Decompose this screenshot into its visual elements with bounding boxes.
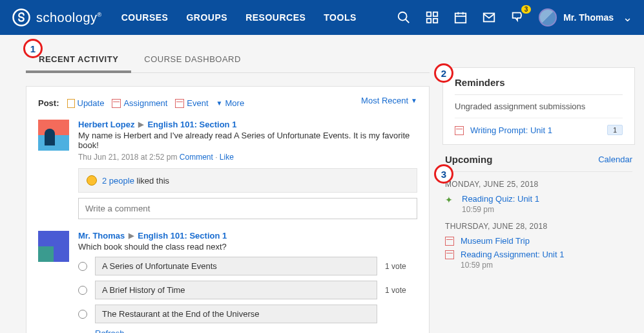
tab-recent-activity[interactable]: RECENT ACTIVITY xyxy=(26,48,131,73)
item-title[interactable]: Museum Field Trip xyxy=(461,236,530,246)
nav-groups[interactable]: GROUPS xyxy=(186,12,227,23)
user-menu[interactable]: Mr. Thomas ⌄ xyxy=(539,8,632,27)
post-more[interactable]: ▼More xyxy=(216,98,245,108)
search-icon[interactable] xyxy=(397,10,411,25)
calendar-icon[interactable] xyxy=(453,10,468,25)
post-body: My name is Herbert and I've already read… xyxy=(78,131,417,150)
svg-line-2 xyxy=(406,19,410,23)
post-label: Post: xyxy=(38,98,59,108)
triangle-down-icon: ▼ xyxy=(216,100,223,107)
liked-suffix: liked this xyxy=(134,176,169,186)
event-icon xyxy=(175,99,184,108)
author-link[interactable]: Herbert Lopez xyxy=(78,120,134,129)
calendar-icon xyxy=(445,237,454,246)
reminder-count: 1 xyxy=(607,125,623,135)
arrow-right-icon: ▶ xyxy=(138,120,143,129)
triangle-down-icon: ▼ xyxy=(411,97,417,104)
refresh-link[interactable]: Refresh xyxy=(95,328,417,333)
course-link[interactable]: English 101: Section 1 xyxy=(147,120,236,129)
upcoming-title: Upcoming xyxy=(445,154,492,165)
reminder-item[interactable]: Writing Prompt: Unit 1 1 xyxy=(455,125,623,135)
upcoming-item[interactable]: Reading Assignment: Unit 1 10:59 pm xyxy=(445,250,632,270)
post-body: Which book should the class read next? xyxy=(78,242,417,252)
radio-icon[interactable] xyxy=(78,286,87,295)
avatar[interactable] xyxy=(38,231,69,262)
item-time: 10:59 pm xyxy=(462,205,539,214)
logo-icon xyxy=(12,8,31,27)
upcoming-panel: Upcoming Calendar MONDAY, JUNE 25, 2018 … xyxy=(442,154,635,270)
post-assignment[interactable]: Assignment xyxy=(112,98,167,108)
likers-link[interactable]: 2 people xyxy=(102,176,134,186)
sort-dropdown[interactable]: Most Recent▼ xyxy=(361,96,417,105)
like-link[interactable]: Like xyxy=(220,153,234,162)
nav-courses[interactable]: COURSES xyxy=(121,12,169,23)
poll-option[interactable]: A Series of Unfortunate Events 1 vote xyxy=(78,257,417,275)
logo[interactable]: schoology® xyxy=(12,8,102,27)
nav-tools[interactable]: TOOLS xyxy=(324,12,356,23)
svg-rect-5 xyxy=(427,19,431,23)
feed-card: Post: Update Assignment Event ▼More Most… xyxy=(26,86,430,333)
poll-text: A Brief History of Time xyxy=(95,281,377,299)
item-title[interactable]: Reading Assignment: Unit 1 xyxy=(461,250,564,259)
course-link[interactable]: English 101: Section 1 xyxy=(138,231,227,241)
username: Mr. Thomas xyxy=(563,12,614,23)
feed-item: Herbert Lopez ▶ English 101: Section 1 M… xyxy=(38,120,417,219)
radio-icon[interactable] xyxy=(78,262,87,271)
edit-icon xyxy=(67,99,75,108)
poll-text: A Series of Unfortunate Events xyxy=(95,257,377,275)
avatar-icon xyxy=(539,8,557,27)
poll-text: The Restaurant at the End of the Univers… xyxy=(95,305,377,323)
post-update[interactable]: Update xyxy=(67,98,105,108)
date-header: THURSDAY, JUNE 28, 2018 xyxy=(445,222,632,231)
poll: A Series of Unfortunate Events 1 vote A … xyxy=(78,257,417,323)
chevron-down-icon: ⌄ xyxy=(623,10,632,25)
assignment-icon xyxy=(112,99,121,108)
notification-badge: 3 xyxy=(521,5,532,14)
calendar-link[interactable]: Calendar xyxy=(598,155,632,164)
post-event[interactable]: Event xyxy=(175,98,208,108)
post-bar: Post: Update Assignment Event ▼More Most… xyxy=(38,98,417,108)
poll-option[interactable]: A Brief History of Time 1 vote xyxy=(78,281,417,299)
vote-count: 1 vote xyxy=(385,286,417,295)
date-header: MONDAY, JUNE 25, 2018 xyxy=(445,180,632,189)
svg-rect-4 xyxy=(433,12,437,16)
svg-rect-3 xyxy=(427,12,431,16)
header-right: 3 Mr. Thomas ⌄ xyxy=(397,8,632,27)
comment-link[interactable]: Comment xyxy=(180,153,213,162)
radio-icon[interactable] xyxy=(78,310,87,319)
vote-count: 1 vote xyxy=(385,262,417,271)
main-header: schoology® COURSES GROUPS RESOURCES TOOL… xyxy=(0,0,644,35)
upcoming-item[interactable]: Museum Field Trip xyxy=(445,236,632,246)
mail-icon[interactable] xyxy=(482,10,496,25)
comment-input[interactable] xyxy=(78,198,417,219)
reminders-title: Reminders xyxy=(455,77,623,95)
smile-icon xyxy=(87,175,97,186)
assignment-icon xyxy=(455,126,464,135)
tabs: RECENT ACTIVITY COURSE DASHBOARD xyxy=(26,48,430,73)
likes-box: 2 people liked this xyxy=(78,168,417,193)
nav-resources[interactable]: RESOURCES xyxy=(245,12,306,23)
main-nav: COURSES GROUPS RESOURCES TOOLS xyxy=(121,12,357,23)
author-link[interactable]: Mr. Thomas xyxy=(78,231,125,241)
brand-text: schoology® xyxy=(36,10,102,25)
apps-icon[interactable] xyxy=(425,10,439,25)
feed-item: Mr. Thomas ▶ English 101: Section 1 Whic… xyxy=(38,231,417,333)
item-time: 10:59 pm xyxy=(461,261,564,270)
reminder-link[interactable]: Writing Prompt: Unit 1 xyxy=(470,125,601,135)
avatar[interactable] xyxy=(38,120,69,151)
tab-course-dashboard[interactable]: COURSE DASHBOARD xyxy=(131,48,254,72)
svg-rect-7 xyxy=(455,14,466,23)
item-title[interactable]: Reading Quiz: Unit 1 xyxy=(462,194,539,204)
timestamp: Thu Jun 21, 2018 at 2:52 pm xyxy=(78,153,177,162)
svg-rect-6 xyxy=(433,19,437,23)
reminders-subtitle: Ungraded assignment submissions xyxy=(455,102,623,118)
poll-option[interactable]: The Restaurant at the End of the Univers… xyxy=(78,305,417,323)
arrow-right-icon: ▶ xyxy=(129,231,134,240)
bell-icon[interactable]: 3 xyxy=(510,10,525,25)
reminders-panel: Reminders Ungraded assignment submission… xyxy=(442,67,635,145)
upcoming-item[interactable]: ✦ Reading Quiz: Unit 1 10:59 pm xyxy=(445,194,632,214)
quiz-icon: ✦ xyxy=(445,195,455,205)
post-meta: Thu Jun 21, 2018 at 2:52 pm Comment · Li… xyxy=(78,153,417,162)
assignment-icon xyxy=(445,250,454,259)
svg-point-1 xyxy=(399,12,407,21)
